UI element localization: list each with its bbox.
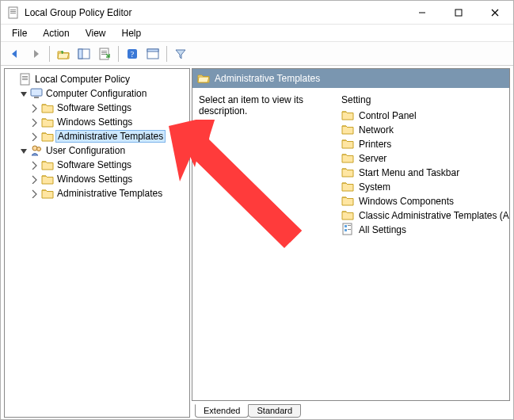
svg-rect-15 [78, 49, 82, 59]
settings-list[interactable]: Setting Control PanelNetworkPrintersServ… [341, 94, 503, 394]
list-item[interactable]: Start Menu and Taskbar [341, 166, 503, 180]
list-item[interactable]: Classic Administrative Templates (ADM) [341, 208, 503, 223]
tree-label: Windows Settings [55, 174, 134, 185]
tree-node-comp-software[interactable]: Software Settings [6, 101, 188, 115]
export-button[interactable] [95, 44, 114, 63]
content-header-title: Administrative Templates [215, 73, 320, 84]
tree-label: Computer Configuration [44, 88, 148, 99]
toolbar-separator [166, 46, 167, 62]
description-text: Select an item to view its description. [199, 94, 303, 116]
view-tabs: Extended Standard [192, 400, 510, 418]
list-item-label: Server [359, 153, 386, 164]
folder-icon [41, 158, 54, 171]
toolbar-separator [118, 46, 119, 62]
tree-label: Software Settings [55, 102, 133, 113]
menu-file[interactable]: File [6, 26, 33, 40]
up-button[interactable] [54, 44, 73, 63]
tree-label: Windows Settings [55, 116, 134, 128]
folder-icon [341, 123, 354, 138]
expand-icon[interactable] [29, 117, 40, 127]
expand-icon[interactable] [29, 174, 40, 184]
help-button[interactable]: ? [123, 44, 142, 63]
folder-icon [41, 116, 54, 128]
minimize-button[interactable] [404, 1, 440, 24]
expand-icon[interactable] [29, 103, 40, 113]
menu-help[interactable]: Help [116, 26, 148, 40]
app-icon [7, 6, 20, 19]
properties-button[interactable] [143, 44, 162, 63]
toolbar: ? [1, 42, 513, 66]
content-header: Administrative Templates [192, 69, 509, 88]
tree-node-root[interactable]: Local Computer Policy [6, 72, 188, 86]
tree-node-comp-windows[interactable]: Windows Settings [6, 115, 188, 129]
list-item-label: Classic Administrative Templates (ADM) [359, 210, 510, 221]
list-item[interactable]: Server [341, 151, 503, 166]
all-settings-icon [341, 223, 354, 238]
list-item[interactable]: Windows Components [341, 194, 503, 208]
list-item-label: Windows Components [359, 196, 454, 207]
list-item-label: Start Menu and Taskbar [359, 167, 459, 178]
toolbar-separator [49, 46, 50, 62]
list-item[interactable]: Control Panel [341, 109, 503, 123]
folder-icon [41, 101, 54, 114]
tree-label: Local Computer Policy [33, 74, 131, 85]
tree-label: Software Settings [55, 159, 133, 170]
menubar: File Action View Help [1, 25, 513, 42]
collapse-icon[interactable] [17, 146, 29, 155]
list-item-label: All Settings [359, 224, 406, 235]
users-icon [30, 144, 43, 157]
expand-icon[interactable] [29, 160, 40, 170]
tree-node-user-software[interactable]: Software Settings [6, 158, 188, 172]
folder-icon [41, 187, 54, 200]
list-item[interactable]: All Settings [341, 223, 503, 237]
filter-button[interactable] [171, 44, 190, 63]
svg-rect-19 [147, 49, 158, 52]
folder-icon [341, 151, 354, 166]
tree-node-user-admin-templates[interactable]: Administrative Templates [6, 186, 188, 200]
svg-rect-13 [455, 10, 462, 16]
close-button[interactable] [477, 1, 513, 24]
folder-icon [341, 180, 354, 195]
tree-pane[interactable]: Local Computer Policy Computer Configura… [4, 68, 190, 418]
list-item[interactable]: System [341, 180, 503, 194]
tree-label: Administrative Templates [55, 130, 166, 143]
policy-icon [19, 73, 32, 86]
tree-node-user-windows[interactable]: Windows Settings [6, 172, 188, 186]
folder-icon [41, 130, 54, 143]
description-panel: Select an item to view its description. [199, 94, 333, 394]
tree-node-comp-admin-templates[interactable]: Administrative Templates [6, 129, 188, 143]
folder-open-icon [197, 71, 210, 86]
list-item-label: Control Panel [359, 110, 417, 121]
maximize-button[interactable] [440, 1, 477, 24]
tree-label: Administrative Templates [55, 188, 164, 199]
back-button[interactable] [6, 44, 25, 63]
tree-node-user-config[interactable]: User Configuration [6, 143, 188, 158]
menu-view[interactable]: View [79, 26, 112, 40]
folder-icon [341, 194, 354, 209]
folder-icon [341, 208, 354, 223]
list-item[interactable]: Network [341, 123, 503, 137]
list-item-label: Network [359, 124, 394, 136]
show-hide-tree-button[interactable] [74, 44, 93, 63]
menu-action[interactable]: Action [36, 26, 75, 40]
tree-node-computer-config[interactable]: Computer Configuration [6, 86, 188, 101]
content-pane: Administrative Templates Select an item … [192, 68, 510, 418]
expand-icon[interactable] [29, 132, 40, 141]
content-view: Administrative Templates Select an item … [192, 68, 510, 401]
list-item[interactable]: Printers [341, 137, 503, 151]
folder-icon [341, 166, 354, 181]
tab-extended[interactable]: Extended [195, 404, 249, 418]
body: Local Computer Policy Computer Configura… [1, 66, 513, 419]
folder-icon [341, 109, 354, 124]
forward-button[interactable] [26, 44, 45, 63]
tree-label: User Configuration [44, 145, 127, 156]
folder-icon [41, 173, 54, 185]
column-header-setting[interactable]: Setting [341, 94, 503, 109]
folder-icon [341, 137, 354, 152]
collapse-icon[interactable] [17, 89, 29, 98]
expand-icon[interactable] [29, 189, 40, 198]
list-item-label: Printers [359, 139, 391, 150]
window-title: Local Group Policy Editor [25, 7, 404, 18]
list-item-label: System [359, 181, 390, 193]
tab-standard[interactable]: Standard [248, 404, 301, 418]
